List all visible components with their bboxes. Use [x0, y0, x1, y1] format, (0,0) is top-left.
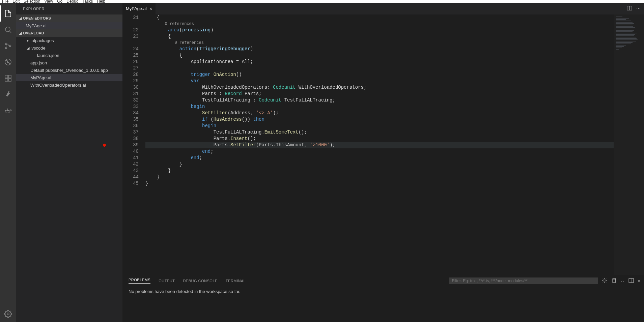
file-item[interactable]: launch.json [16, 52, 122, 59]
open-editor-item[interactable]: MyPAge.al [16, 22, 122, 29]
folder-.alpackages[interactable]: ▸.alpackages [16, 37, 122, 44]
code-line[interactable]: } [145, 161, 614, 168]
panel-tab-output[interactable]: OUTPUT [159, 279, 175, 283]
search-icon[interactable] [0, 22, 16, 38]
code-line[interactable]: } [145, 168, 614, 174]
code-line[interactable]: } [145, 180, 614, 187]
line-number[interactable]: 32 [122, 97, 139, 104]
line-number[interactable]: 45 [122, 180, 139, 187]
codelens[interactable]: 0 references [145, 21, 614, 27]
azure-icon[interactable] [0, 86, 16, 103]
activity-bar [0, 3, 16, 322]
line-number[interactable]: 39 [122, 142, 139, 148]
line-number[interactable]: 38 [122, 136, 139, 142]
line-number[interactable]: 31 [122, 91, 139, 97]
settings-gear-icon[interactable] [0, 306, 16, 322]
code-line[interactable]: end; [145, 155, 614, 161]
line-number[interactable]: 42 [122, 161, 139, 168]
tab-mypage[interactable]: MyPAge.al × [122, 3, 156, 14]
extensions-icon[interactable] [0, 70, 16, 86]
line-number[interactable]: 24 [122, 46, 139, 52]
panel-tab-problems[interactable]: PROBLEMS [129, 278, 150, 284]
code-line[interactable]: area(processing) [145, 27, 614, 33]
panel-tab-terminal[interactable]: TERMINAL [226, 279, 246, 283]
code-line[interactable]: if (HasAddress()) then [145, 116, 614, 123]
line-number[interactable]: 44 [122, 174, 139, 180]
line-number[interactable]: 30 [122, 84, 139, 91]
code-line[interactable]: { [145, 33, 614, 40]
more-icon[interactable]: ⋯ [636, 6, 641, 11]
line-number[interactable]: 23 [122, 33, 139, 40]
line-number[interactable]: 27 [122, 65, 139, 71]
svg-point-17 [604, 280, 605, 281]
code-editor[interactable]: 2122232425262728293031323334353637383940… [122, 14, 644, 275]
line-number[interactable]: 37 [122, 129, 139, 136]
toggle-panel-icon[interactable] [628, 278, 634, 284]
code-line[interactable]: { [145, 14, 614, 21]
copy-icon[interactable] [611, 278, 617, 284]
minimap[interactable] [614, 14, 644, 275]
docker-icon[interactable] [0, 103, 16, 119]
line-number[interactable]: 22 [122, 27, 139, 33]
open-editors-header[interactable]: ◢ OPEN EDITORS [16, 14, 122, 22]
chevron-up-icon[interactable]: ︿ [621, 278, 624, 283]
line-number[interactable]: 35 [122, 116, 139, 123]
file-item[interactable]: MyPAge.al [16, 74, 122, 81]
source-control-icon[interactable] [0, 38, 16, 54]
debug-icon[interactable] [0, 54, 16, 70]
code-line[interactable]: Parts.SetFilter(Parts.ThisAmount, '>1000… [145, 142, 614, 148]
code-line[interactable]: Parts : Record Parts; [145, 91, 614, 97]
code-line[interactable] [145, 65, 614, 71]
svg-rect-19 [629, 279, 634, 283]
file-item[interactable]: WithOverloadedOperators.al [16, 81, 122, 89]
line-number[interactable]: 33 [122, 104, 139, 110]
file-item[interactable]: app.json [16, 59, 122, 66]
code-line[interactable]: ApplicationArea = All; [145, 59, 614, 65]
code-line[interactable]: } [145, 174, 614, 180]
code-line[interactable]: var [145, 78, 614, 84]
code-line[interactable]: WithOverloadedOperators: Codeunit WithOv… [145, 84, 614, 91]
tree-label: MyPAge.al [30, 75, 51, 80]
line-number[interactable]: 40 [122, 148, 139, 155]
svg-rect-6 [5, 75, 8, 78]
code-line[interactable]: trigger OnAction() [145, 71, 614, 78]
workspace-header[interactable]: ◢ OVERLOAD [16, 29, 122, 37]
code-line[interactable]: SetFilter(Address, '<> A'); [145, 110, 614, 116]
bottom-panel: PROBLEMSOUTPUTDEBUG CONSOLETERMINAL ︿ × … [122, 275, 644, 322]
split-editor-icon[interactable] [627, 5, 632, 12]
line-number[interactable]: 36 [122, 123, 139, 129]
filter-settings-icon[interactable] [602, 278, 607, 284]
code-line[interactable]: begin [145, 104, 614, 110]
svg-line-1 [9, 31, 11, 33]
line-number[interactable]: 41 [122, 155, 139, 161]
code-line[interactable]: { [145, 52, 614, 59]
code-line[interactable]: TestFullALTracing.EmitSomeText(); [145, 129, 614, 136]
code-line[interactable]: Parts.Insert(); [145, 136, 614, 142]
code-line[interactable]: action(TriggeringDebugger) [145, 46, 614, 52]
folder-.vscode[interactable]: ◢.vscode [16, 44, 122, 52]
code-line[interactable]: begin [145, 123, 614, 129]
file-item[interactable]: Default publisher_Overload_1.0.0.0.app [16, 66, 122, 74]
tab-label: MyPAge.al [126, 6, 147, 11]
problems-filter-input[interactable] [449, 277, 598, 284]
line-number[interactable]: 28 [122, 71, 139, 78]
close-panel-icon[interactable]: × [638, 279, 640, 283]
codelens[interactable]: 0 references [145, 40, 614, 46]
panel-tab-debug-console[interactable]: DEBUG CONSOLE [183, 279, 217, 283]
close-icon[interactable]: × [149, 6, 152, 11]
svg-rect-9 [8, 75, 11, 78]
line-number[interactable]: 43 [122, 168, 139, 174]
code-line[interactable]: end; [145, 148, 614, 155]
line-number[interactable]: 25 [122, 52, 139, 59]
svg-point-4 [9, 45, 11, 47]
chevron-right-icon: ▸ [26, 38, 30, 43]
line-number[interactable]: 29 [122, 78, 139, 84]
line-number[interactable]: 21 [122, 14, 139, 21]
line-number[interactable]: 34 [122, 110, 139, 116]
line-number[interactable]: 26 [122, 59, 139, 65]
panel-tabs: PROBLEMSOUTPUTDEBUG CONSOLETERMINAL ︿ × [122, 275, 644, 286]
explorer-icon[interactable] [0, 5, 16, 22]
chevron-down-icon: ◢ [18, 31, 23, 35]
code-line[interactable]: TestFullALTracing : Codeunit TestFullALT… [145, 97, 614, 104]
tree-label: launch.json [37, 53, 59, 58]
